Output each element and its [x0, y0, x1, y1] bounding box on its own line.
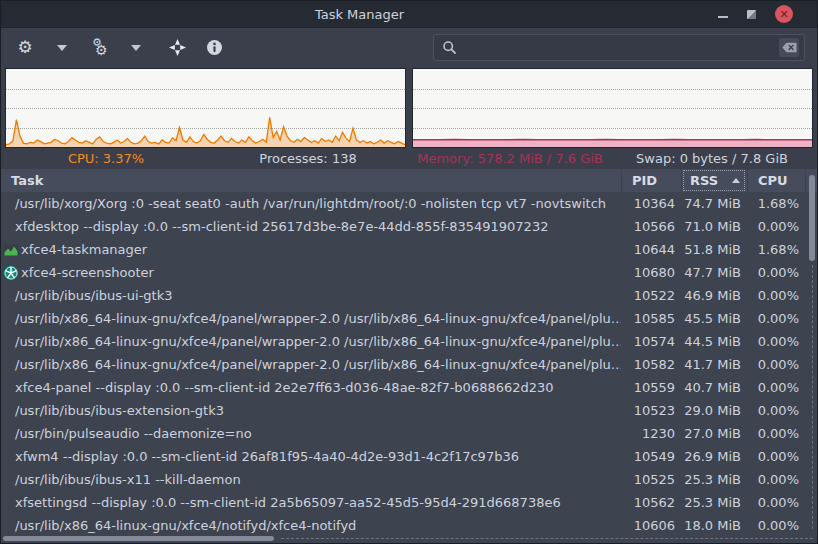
pid-cell: 10562 — [621, 495, 681, 510]
maximize-button[interactable] — [747, 10, 756, 19]
gears-icon: ⚙⚙ — [89, 38, 109, 58]
vertical-scrollbar-thumb[interactable] — [809, 175, 815, 261]
table-row[interactable]: /usr/lib/x86_64-linux-gnu/xfce4/panel/wr… — [1, 353, 817, 376]
task-cell: xfwm4 --display :0.0 --sm-client-id 26af… — [1, 449, 621, 464]
table-row[interactable]: xfdesktop --display :0.0 --sm-client-id … — [1, 215, 817, 238]
chevron-down-icon — [131, 45, 141, 51]
table-row[interactable]: xfsettingsd --display :0.0 --sm-client-i… — [1, 491, 817, 514]
horizontal-scrollbar[interactable] — [1, 535, 817, 543]
pid-cell: 10566 — [621, 219, 681, 234]
pid-cell: 10523 — [621, 403, 681, 418]
task-cell: xfsettingsd --display :0.0 --sm-client-i… — [1, 495, 621, 510]
process-actions-menu-button[interactable] — [124, 36, 148, 60]
rss-cell: 45.5 MiB — [681, 311, 747, 326]
settings-menu-button[interactable] — [50, 36, 74, 60]
table-row[interactable]: xfwm4 --display :0.0 --sm-client-id 26af… — [1, 445, 817, 468]
window-controls: ✕ — [718, 5, 817, 23]
task-cell: /usr/lib/x86_64-linux-gnu/xfce4/panel/wr… — [1, 357, 621, 372]
pid-cell: 10582 — [621, 357, 681, 372]
task-cell: /usr/lib/x86_64-linux-gnu/xfce4/notifyd/… — [1, 518, 621, 533]
rss-cell: 46.9 MiB — [681, 288, 747, 303]
taskmanager-icon — [3, 242, 19, 258]
pid-cell: 10364 — [621, 196, 681, 211]
pid-cell: 1230 — [621, 426, 681, 441]
column-header-cpu[interactable]: CPU — [747, 169, 805, 192]
processes-count-label: Processes: 138 — [207, 151, 409, 166]
cpu-cell: 0.00% — [747, 265, 805, 280]
close-button[interactable]: ✕ — [775, 5, 793, 23]
rss-cell: 74.7 MiB — [681, 196, 747, 211]
backspace-clear-icon — [782, 42, 797, 53]
info-icon — [206, 39, 223, 56]
table-row[interactable]: /usr/lib/x86_64-linux-gnu/xfce4/panel/wr… — [1, 330, 817, 353]
search-field[interactable] — [433, 34, 805, 61]
window-title: Task Manager — [1, 7, 718, 22]
task-cell: xfce4-panel --display :0.0 --sm-client-i… — [1, 380, 621, 395]
table-row[interactable]: /usr/bin/pulseaudio --daemonize=no 1230 … — [1, 422, 817, 445]
screenshooter-icon — [3, 265, 19, 281]
column-header-pid[interactable]: PID — [621, 169, 681, 192]
search-icon — [442, 40, 457, 55]
process-actions-button[interactable]: ⚙⚙ — [87, 36, 111, 60]
rss-cell: 27.0 MiB — [681, 426, 747, 441]
cpu-usage-label: CPU: 3.37% — [5, 151, 207, 166]
pid-cell: 10522 — [621, 288, 681, 303]
identify-window-button[interactable] — [165, 36, 189, 60]
task-cell: /usr/lib/ibus/ibus-extension-gtk3 — [1, 403, 621, 418]
pid-cell: 10680 — [621, 265, 681, 280]
cpu-cell: 0.00% — [747, 495, 805, 510]
memory-graph — [412, 68, 813, 148]
memory-usage-label: Memory: 578.2 MiB / 7.6 GiB — [409, 151, 611, 166]
table-row[interactable]: xfce4-taskmanager 10644 51.8 MiB 1.68% — [1, 238, 817, 261]
pid-cell: 10574 — [621, 334, 681, 349]
table-row[interactable]: /usr/lib/ibus/ibus-x11 --kill-daemon 105… — [1, 468, 817, 491]
task-cell: /usr/lib/xorg/Xorg :0 -seat seat0 -auth … — [1, 196, 621, 211]
cpu-cell: 0.00% — [747, 518, 805, 533]
memory-history-chart — [413, 69, 812, 147]
search-input[interactable] — [464, 40, 779, 55]
table-row[interactable]: xfce4-screenshooter 10680 47.7 MiB 0.00% — [1, 261, 817, 284]
table-row[interactable]: /usr/lib/x86_64-linux-gnu/xfce4/notifyd/… — [1, 514, 817, 537]
rss-cell: 51.8 MiB — [681, 242, 747, 257]
pid-cell: 10644 — [621, 242, 681, 257]
cpu-history-chart — [6, 69, 405, 147]
horizontal-scrollbar-thumb[interactable] — [3, 536, 274, 541]
table-header: Task PID RSS CPU — [1, 169, 817, 192]
rss-cell: 18.0 MiB — [681, 518, 747, 533]
table-row[interactable]: /usr/lib/x86_64-linux-gnu/xfce4/panel/wr… — [1, 307, 817, 330]
column-header-rss[interactable]: RSS — [681, 169, 747, 192]
table-row[interactable]: xfce4-panel --display :0.0 --sm-client-i… — [1, 376, 817, 399]
rss-cell: 44.5 MiB — [681, 334, 747, 349]
sort-ascending-icon — [732, 178, 740, 183]
table-row[interactable]: /usr/lib/ibus/ibus-extension-gtk3 10523 … — [1, 399, 817, 422]
cpu-cell: 0.00% — [747, 472, 805, 487]
column-header-task[interactable]: Task — [1, 169, 621, 192]
toolbar: ⚙ ⚙⚙ — [1, 28, 817, 67]
rss-cell: 25.3 MiB — [681, 472, 747, 487]
identify-window-icon — [168, 38, 187, 57]
task-cell: /usr/lib/x86_64-linux-gnu/xfce4/panel/wr… — [1, 334, 621, 349]
table-row[interactable]: /usr/lib/ibus/ibus-ui-gtk3 10522 46.9 Mi… — [1, 284, 817, 307]
vertical-scrollbar[interactable] — [806, 169, 817, 535]
cpu-cell: 0.00% — [747, 426, 805, 441]
settings-button[interactable]: ⚙ — [13, 36, 37, 60]
task-cell: xfce4-taskmanager — [1, 242, 621, 258]
cpu-cell: 0.00% — [747, 403, 805, 418]
rss-cell: 41.7 MiB — [681, 357, 747, 372]
pid-cell: 10525 — [621, 472, 681, 487]
task-cell: xfce4-screenshooter — [1, 265, 621, 281]
monitor-graphs — [5, 68, 813, 148]
statusbar: CPU: 3.37% Processes: 138 Memory: 578.2 … — [5, 148, 813, 169]
about-button[interactable] — [202, 36, 226, 60]
process-list: /usr/lib/xorg/Xorg :0 -seat seat0 -auth … — [1, 192, 817, 537]
pid-cell: 10606 — [621, 518, 681, 533]
cpu-cell: 0.00% — [747, 288, 805, 303]
minimize-button[interactable] — [718, 16, 728, 18]
cpu-graph — [5, 68, 406, 148]
rss-cell: 47.7 MiB — [681, 265, 747, 280]
titlebar[interactable]: Task Manager ✕ — [1, 1, 817, 28]
table-row[interactable]: /usr/lib/xorg/Xorg :0 -seat seat0 -auth … — [1, 192, 817, 215]
pid-cell: 10549 — [621, 449, 681, 464]
chevron-down-icon — [57, 45, 67, 51]
clear-search-button[interactable] — [779, 38, 799, 57]
